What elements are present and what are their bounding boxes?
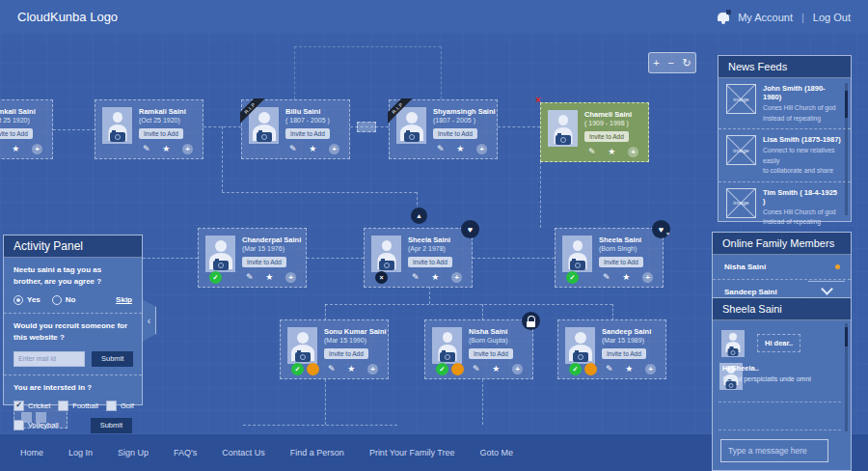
edit-icon[interactable]: ✎ bbox=[606, 365, 613, 374]
zoom-out-button[interactable]: − bbox=[667, 58, 673, 69]
edit-icon[interactable]: ✎ bbox=[412, 273, 420, 282]
edit-icon[interactable]: ✎ bbox=[289, 145, 297, 153]
edit-icon[interactable]: ✎ bbox=[246, 273, 254, 282]
interests-submit-button[interactable]: Submit bbox=[91, 418, 132, 433]
camera-icon[interactable] bbox=[213, 261, 229, 270]
invite-to-add-button[interactable]: Invite to Add bbox=[324, 348, 368, 359]
person-card[interactable]: Sheela Saini(Apr 2 1978)Invite to Add✎★+… bbox=[364, 228, 473, 288]
zoom-in-button[interactable]: + bbox=[653, 58, 659, 69]
expand-parents-icon[interactable]: ▲ bbox=[411, 208, 427, 224]
invite-to-add-button[interactable]: Invite to Add bbox=[469, 348, 513, 359]
invite-to-add-button[interactable]: Invite to Add bbox=[433, 128, 477, 139]
edit-icon[interactable]: ✎ bbox=[473, 365, 480, 374]
news-feed-item[interactable]: imageJohn Smith (1890-1980)Cones Hill Ch… bbox=[719, 78, 851, 129]
invite-to-add-button[interactable]: Invite to Add bbox=[242, 257, 286, 267]
camera-icon[interactable] bbox=[573, 352, 588, 362]
person-card[interactable]: Chameli Saini( 1909 - 1998 )Invite to Ad… bbox=[540, 102, 649, 162]
lock-icon[interactable] bbox=[522, 312, 540, 330]
scrollbar[interactable] bbox=[845, 83, 848, 215]
edit-icon[interactable]: ✎ bbox=[588, 148, 596, 156]
add-relative-icon[interactable]: + bbox=[367, 364, 378, 374]
divorce-icon[interactable]: ♥× bbox=[652, 220, 670, 238]
remove-person-icon[interactable]: × bbox=[535, 95, 541, 105]
footer-link-find-a-person[interactable]: Find a Person bbox=[290, 448, 344, 457]
star-icon[interactable]: ★ bbox=[622, 273, 630, 282]
add-relative-icon[interactable]: + bbox=[512, 364, 523, 374]
recruit-submit-button[interactable]: Submit bbox=[92, 351, 133, 367]
star-icon[interactable]: ★ bbox=[456, 145, 464, 153]
edit-icon[interactable]: ✎ bbox=[328, 365, 336, 374]
reset-view-button[interactable]: ↻ bbox=[682, 58, 691, 69]
add-relative-icon[interactable]: + bbox=[182, 144, 193, 154]
radio-no[interactable] bbox=[52, 295, 62, 305]
edit-icon[interactable]: ✎ bbox=[143, 145, 150, 153]
marriage-icon[interactable]: ♥ bbox=[461, 220, 479, 238]
star-icon[interactable]: ★ bbox=[162, 145, 170, 153]
checkbox-cricket[interactable]: ✓ bbox=[14, 401, 24, 411]
news-feed-item[interactable]: imageLisa Smith (1875-1987)Connect to ne… bbox=[719, 129, 851, 182]
person-card[interactable]: Ramkali Saini(Oct 25 1920)Invite to Add✎… bbox=[95, 99, 203, 159]
invite-to-add-button[interactable]: Invite to Add bbox=[285, 128, 330, 139]
person-card[interactable]: Ramkali Saini(Oct 25 1920)Invite to Add✎… bbox=[0, 99, 53, 159]
add-relative-icon[interactable]: + bbox=[285, 272, 296, 283]
person-card[interactable]: Sheela Saini(Born Singh)Invite to Add✎★+… bbox=[555, 228, 664, 288]
star-icon[interactable]: ★ bbox=[265, 273, 273, 282]
online-member-item[interactable]: Nisha Saini bbox=[713, 255, 851, 280]
camera-icon[interactable] bbox=[556, 135, 571, 145]
my-account-link[interactable]: My Account bbox=[738, 12, 793, 23]
person-card[interactable]: Sonu Kumar Saini(Mar 15 1990)Invite to A… bbox=[280, 319, 389, 379]
add-relative-icon[interactable]: + bbox=[645, 364, 656, 374]
star-icon[interactable]: ★ bbox=[347, 365, 355, 374]
footer-link-goto-me[interactable]: Goto Me bbox=[479, 448, 513, 457]
camera-icon[interactable] bbox=[379, 261, 394, 270]
camera-icon[interactable] bbox=[440, 352, 455, 362]
add-relative-icon[interactable]: + bbox=[329, 144, 339, 154]
invite-to-add-button[interactable]: Invite to Add bbox=[139, 128, 183, 139]
camera-icon[interactable] bbox=[570, 261, 585, 270]
add-relative-icon[interactable]: + bbox=[451, 272, 462, 283]
camera-icon[interactable] bbox=[404, 132, 420, 142]
edit-icon[interactable]: ✎ bbox=[603, 273, 610, 282]
radio-yes[interactable] bbox=[14, 295, 23, 305]
footer-link-log-in[interactable]: Log In bbox=[68, 448, 93, 457]
invite-to-add-button[interactable]: Invite to Add bbox=[408, 257, 452, 267]
skip-link[interactable]: Skip bbox=[116, 295, 132, 304]
notification-icon[interactable] bbox=[718, 13, 729, 21]
star-icon[interactable]: ★ bbox=[431, 273, 439, 282]
person-card[interactable]: Billu Saini( 1807 - 2005 )Invite to Add✎… bbox=[241, 99, 350, 159]
camera-icon[interactable] bbox=[110, 132, 125, 142]
person-card[interactable]: Sandeep Saini(Mar 15 1989)Invite to Add✎… bbox=[557, 319, 666, 379]
add-relative-icon[interactable]: + bbox=[476, 144, 487, 154]
star-icon[interactable]: ★ bbox=[309, 145, 316, 153]
checkbox-golf[interactable] bbox=[106, 401, 117, 411]
checkbox-football[interactable] bbox=[58, 401, 68, 411]
invite-to-add-button[interactable]: Invite to Add bbox=[0, 128, 33, 139]
star-icon[interactable]: ★ bbox=[608, 148, 615, 156]
add-relative-icon[interactable]: + bbox=[32, 144, 42, 154]
person-card[interactable]: Shyamsingh Saini(1807 - 2005 )Invite to … bbox=[389, 99, 498, 159]
scrollbar[interactable] bbox=[845, 323, 848, 431]
invite-to-add-button[interactable]: Invite to Add bbox=[584, 131, 629, 142]
add-relative-icon[interactable]: + bbox=[642, 272, 653, 283]
news-feed-item[interactable]: imageTim Smith ( 18-4-1925 )Cones Hill C… bbox=[719, 182, 851, 233]
invite-to-add-button[interactable]: Invite to Add bbox=[599, 257, 643, 267]
star-icon[interactable]: ★ bbox=[12, 145, 19, 153]
person-card[interactable]: Nisha Saini(Born Gupta)Invite to Add✎★+✓ bbox=[424, 319, 533, 379]
add-relative-icon[interactable]: + bbox=[628, 147, 638, 157]
edit-icon[interactable]: ✎ bbox=[437, 145, 445, 153]
camera-icon[interactable] bbox=[257, 132, 272, 142]
footer-link-home[interactable]: Home bbox=[20, 448, 43, 457]
email-field[interactable] bbox=[14, 351, 85, 367]
footer-link-contact-us[interactable]: Contact Us bbox=[222, 448, 265, 457]
footer-link-sign-up[interactable]: Sign Up bbox=[118, 448, 149, 457]
checkbox-volleyball[interactable] bbox=[14, 420, 24, 430]
footer-link-print-your-family-tree[interactable]: Print Your Family Tree bbox=[369, 448, 455, 457]
chat-message-input[interactable] bbox=[720, 439, 828, 462]
person-card[interactable]: Chanderpal Saini(Mar 15 1976)Invite to A… bbox=[198, 228, 307, 288]
log-out-link[interactable]: Log Out bbox=[813, 12, 851, 23]
invite-to-add-button[interactable]: Invite to Add bbox=[602, 348, 646, 359]
footer-link-faq-s[interactable]: FAQ's bbox=[174, 448, 197, 457]
star-icon[interactable]: ★ bbox=[492, 365, 500, 374]
camera-icon[interactable] bbox=[295, 352, 311, 362]
star-icon[interactable]: ★ bbox=[625, 365, 633, 374]
